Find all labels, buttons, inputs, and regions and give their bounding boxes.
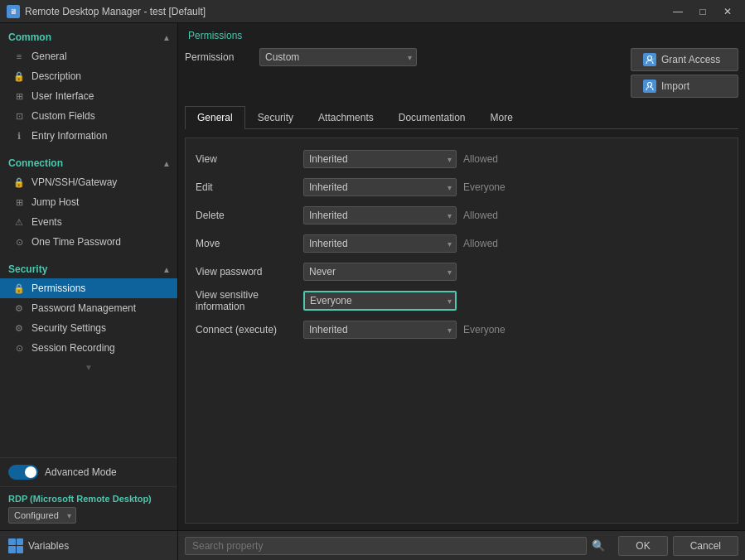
perm-row-move: Move InheritedEveryoneNeverCustom Allowe…: [196, 233, 728, 254]
sidebar-item-jump-host[interactable]: ⊞ Jump Host: [0, 192, 177, 212]
advanced-mode-label: Advanced Mode: [45, 466, 117, 478]
perm-select-connect[interactable]: InheritedEveryoneNeverCustom: [303, 321, 457, 339]
sidebar-item-entry-info-label: Entry Information: [31, 130, 107, 142]
sidebar-item-permissions[interactable]: 🔒 Permissions: [0, 278, 177, 298]
minimize-button[interactable]: —: [667, 3, 689, 20]
grant-access-button[interactable]: Grant Access: [631, 48, 738, 71]
import-button[interactable]: Import: [631, 75, 738, 98]
sidebar-item-events-label: Events: [31, 216, 62, 228]
rdp-section: RDP (Microsoft Remote Desktop) Configure…: [0, 486, 177, 530]
tabs-container: General Security Attachments Documentati…: [185, 106, 738, 129]
sidebar-item-password-management[interactable]: ⚙ Password Management: [0, 298, 177, 318]
perm-select-wrapper-view: InheritedEveryoneNeverCustom: [303, 150, 457, 168]
sidebar-item-vpn-label: VPN/SSH/Gateway: [31, 176, 117, 188]
lock-icon: 🔒: [13, 70, 25, 82]
perm-select-wrapper-move: InheritedEveryoneNeverCustom: [303, 234, 457, 253]
perm-select-delete[interactable]: InheritedEveryoneNeverCustom: [303, 206, 457, 224]
perm-select-wrapper-view-password: NeverInheritedEveryoneCustom: [303, 263, 457, 281]
advanced-mode-toggle[interactable]: [8, 465, 38, 480]
perm-label-move: Move: [196, 238, 303, 249]
sidebar-section-common-header[interactable]: Common ▲: [0, 27, 177, 46]
password-mgmt-icon: ⚙: [13, 302, 25, 314]
bottom-search: 🔍: [178, 537, 612, 555]
sidebar-section-connection-header[interactable]: Connection ▲: [0, 152, 177, 172]
tab-general[interactable]: General: [185, 106, 245, 129]
sidebar-item-custom-fields-label: Custom Fields: [31, 110, 95, 122]
tab-attachments[interactable]: Attachments: [306, 106, 386, 128]
tab-security[interactable]: Security: [245, 106, 306, 128]
content-header: Permissions: [185, 30, 738, 41]
perm-select-wrapper-view-sensitive: EveryoneInheritedNeverCustom: [303, 291, 457, 311]
grant-access-label: Grant Access: [661, 54, 720, 65]
bottom-left: Variables: [0, 531, 178, 560]
sidebar-item-events[interactable]: ⚠ Events: [0, 212, 177, 232]
sidebar-item-entry-information[interactable]: ℹ Entry Information: [0, 126, 177, 146]
sidebar-section-connection: Connection ▲ 🔒 VPN/SSH/Gateway ⊞ Jump Ho…: [0, 149, 177, 255]
tab-documentation[interactable]: Documentation: [386, 106, 478, 128]
sidebar-section-security-header[interactable]: Security ▲: [0, 258, 177, 278]
sidebar-item-otp-label: One Time Password: [31, 236, 121, 248]
toggle-knob: [25, 466, 36, 478]
sidebar-section-security: Security ▲ 🔒 Permissions ⚙ Password Mana…: [0, 255, 177, 361]
sidebar-item-permissions-label: Permissions: [31, 282, 85, 294]
perm-row-edit: Edit InheritedEveryoneNeverCustom Everyo…: [196, 176, 728, 198]
perm-info-view: Allowed: [463, 153, 498, 165]
perm-select-view-password[interactable]: NeverInheritedEveryoneCustom: [303, 263, 457, 281]
sidebar-section-security-label: Security: [8, 263, 47, 275]
rdp-title: RDP (Microsoft Remote Desktop): [8, 494, 169, 504]
chevron-up-icon-2: ▲: [162, 159, 171, 168]
sidebar-item-jump-host-label: Jump Host: [31, 196, 79, 208]
rdp-select[interactable]: Configured Default Custom: [8, 507, 76, 524]
sidebar-item-session-recording[interactable]: ⊙ Session Recording: [0, 338, 177, 358]
sidebar-item-security-settings[interactable]: ⚙ Security Settings: [0, 318, 177, 338]
jump-host-icon: ⊞: [13, 196, 25, 208]
perm-select-wrapper-delete: InheritedEveryoneNeverCustom: [303, 206, 457, 224]
perm-row-view: View InheritedEveryoneNeverCustom Allowe…: [196, 148, 728, 170]
permissions-icon: 🔒: [13, 282, 25, 294]
info-icon: ℹ: [13, 130, 25, 142]
perm-label-edit: Edit: [196, 181, 303, 193]
perm-select-view-sensitive[interactable]: EveryoneInheritedNeverCustom: [303, 291, 457, 311]
sidebar-item-general-label: General: [31, 51, 67, 62]
permission-type-select[interactable]: Custom Default Everyone Never: [259, 48, 417, 66]
import-icon: [643, 80, 656, 93]
sidebar-item-otp[interactable]: ⊙ One Time Password: [0, 232, 177, 252]
chevron-up-icon-3: ▲: [162, 265, 171, 274]
perm-row-delete: Delete InheritedEveryoneNeverCustom Allo…: [196, 205, 728, 226]
perm-select-view[interactable]: InheritedEveryoneNeverCustom: [303, 150, 457, 168]
sidebar-item-general[interactable]: ≡ General: [0, 46, 177, 66]
events-icon: ⚠: [13, 216, 25, 228]
grant-access-icon: [643, 53, 656, 66]
perm-select-edit[interactable]: InheritedEveryoneNeverCustom: [303, 178, 457, 196]
sidebar-item-session-rec-label: Session Recording: [31, 342, 115, 354]
sidebar-item-user-interface[interactable]: ⊞ User Interface: [0, 86, 177, 106]
tab-more[interactable]: More: [477, 106, 525, 128]
perm-row-view-password: View password NeverInheritedEveryoneCust…: [196, 261, 728, 282]
sidebar-item-custom-fields[interactable]: ⊡ Custom Fields: [0, 106, 177, 126]
bottom-buttons: OK Cancel: [612, 536, 745, 556]
sidebar-footer: Advanced Mode RDP (Microsoft Remote Desk…: [0, 457, 177, 530]
close-button[interactable]: ✕: [717, 3, 738, 20]
import-label: Import: [661, 80, 689, 92]
title-bar: 🖥 Remote Desktop Manager - test [Default…: [0, 0, 745, 23]
perm-info-connect: Everyone: [463, 324, 506, 336]
permission-type-row: Permission Custom Default Everyone Never: [185, 48, 612, 66]
sidebar-item-password-mgmt-label: Password Management: [31, 302, 136, 314]
sidebar-item-ui-label: User Interface: [31, 90, 94, 102]
sidebar-item-security-settings-label: Security Settings: [31, 322, 106, 334]
sidebar-item-description[interactable]: 🔒 Description: [0, 66, 177, 86]
perm-label-view: View: [196, 153, 303, 165]
sidebar-item-vpn[interactable]: 🔒 VPN/SSH/Gateway: [0, 172, 177, 192]
grid-icon: [8, 538, 23, 553]
permission-select-wrapper: Custom Default Everyone Never: [259, 48, 417, 66]
search-property-input[interactable]: [185, 537, 587, 555]
ok-button[interactable]: OK: [618, 536, 667, 556]
window-controls: — □ ✕: [667, 3, 738, 20]
cancel-button[interactable]: Cancel: [673, 536, 738, 556]
scroll-indicator: ▼: [0, 361, 177, 374]
maximize-button[interactable]: □: [692, 3, 714, 20]
perm-info-move: Allowed: [463, 238, 498, 249]
top-bar: Permission Custom Default Everyone Never: [185, 48, 738, 98]
vpn-icon: 🔒: [13, 176, 25, 188]
perm-select-move[interactable]: InheritedEveryoneNeverCustom: [303, 234, 457, 253]
